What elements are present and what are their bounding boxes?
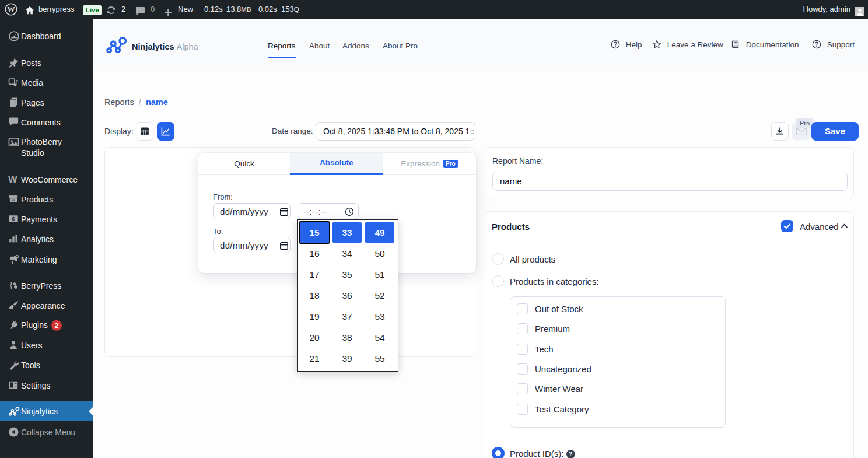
svg-text:$: $ [12,216,15,222]
svg-text:W: W [7,5,15,13]
